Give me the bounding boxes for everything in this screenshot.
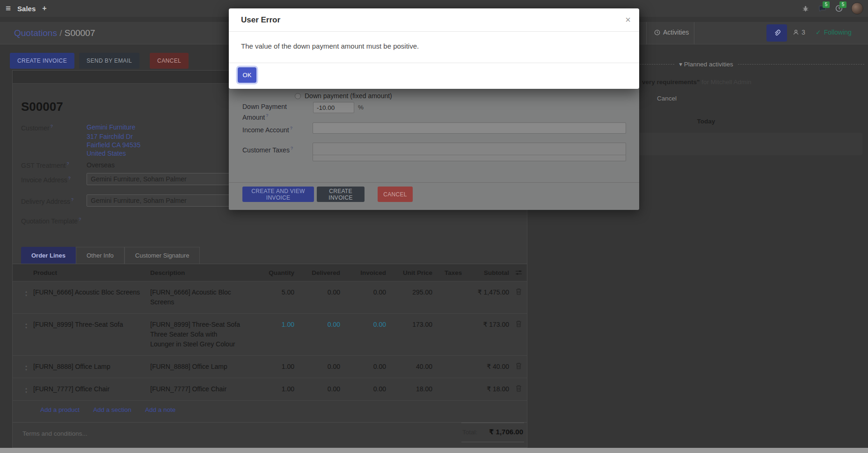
line-delivered: 0.00 [294, 378, 340, 400]
add-a-note-link[interactable]: Add a note [145, 406, 175, 413]
col-subtotal[interactable]: Subtotal [462, 269, 509, 276]
divider [313, 155, 626, 155]
send-by-email-button[interactable]: SEND BY EMAIL [79, 53, 139, 69]
down-payment-amount-label: Down Payment Amount? [242, 102, 303, 122]
error-dialog-footer: OK [229, 63, 639, 89]
activity-name-fragment: very requirements" [642, 79, 700, 86]
line-product: [FURN_8999] Three-Seat Sofa [33, 314, 141, 336]
messages-icon[interactable]: 5 [817, 4, 827, 13]
col-unit-price[interactable]: Unit Price [386, 269, 432, 276]
menu-hamburger-icon[interactable]: ≡ [6, 3, 11, 14]
line-invoiced: 0.00 [340, 378, 386, 400]
col-product[interactable]: Product [33, 269, 141, 276]
col-delivered[interactable]: Delivered [294, 269, 340, 276]
page-title: S00007 [21, 100, 63, 114]
person-icon [793, 29, 799, 36]
drag-handle-icon[interactable]: ▴▾ [19, 314, 33, 330]
gst-treatment-label: GST Treatment? [21, 160, 87, 169]
line-invoiced: 0.00 [340, 356, 386, 378]
notebook-tabs: Order Lines Other Info Customer Signatur… [21, 247, 200, 264]
error-dialog-title: User Error [241, 15, 280, 25]
customer-label: Customer? [21, 123, 87, 158]
user-avatar[interactable] [851, 2, 863, 14]
customer-taxes-label: Customer Taxes? [242, 144, 317, 155]
error-dialog-body: The value of the down payment amount mus… [229, 32, 639, 63]
following-button[interactable]: ✓Following [816, 29, 852, 36]
planned-activities-label: Planned activities [684, 61, 733, 68]
down-payment-fixed-option[interactable]: Down payment (fixed amount) [295, 92, 392, 100]
bottom-strip [0, 448, 868, 453]
drag-handle-icon[interactable]: ▴▾ [19, 281, 33, 297]
chatter-header: Activities 3 ✓Following [639, 22, 868, 44]
drag-handle-icon[interactable]: ▴▾ [19, 378, 33, 394]
line-quantity: 1.00 [253, 356, 294, 378]
wizard-create-invoice-button[interactable]: CREATE INVOICE [317, 187, 365, 202]
create-invoice-button[interactable]: CREATE INVOICE [10, 53, 74, 69]
total-value: ₹ 1,706.00 [489, 428, 523, 436]
gst-treatment-value: Overseas [87, 160, 115, 169]
line-taxes [432, 281, 462, 294]
tab-other-info[interactable]: Other Info [76, 247, 124, 264]
delivery-address-label: Delivery Address? [21, 194, 87, 207]
ok-button[interactable]: OK [238, 67, 256, 83]
breadcrumb: Quotations / S00007 [14, 28, 95, 38]
attachments-button[interactable] [766, 24, 787, 42]
customer-address-link[interactable]: 317 Fairchild Dr [87, 132, 140, 141]
tab-order-lines[interactable]: Order Lines [21, 247, 76, 264]
terms-and-conditions-input[interactable]: Terms and conditions... [22, 430, 350, 437]
delete-line-icon[interactable] [509, 281, 528, 295]
user-error-dialog: User Error × The value of the down payme… [229, 8, 639, 89]
delete-line-icon[interactable] [509, 378, 528, 392]
line-product: [FURN_8888] Office Lamp [33, 356, 141, 378]
breadcrumb-quotations-link[interactable]: Quotations [14, 28, 57, 38]
line-quantity: 1.00 [253, 314, 294, 336]
line-delivered: 0.00 [294, 356, 340, 378]
line-unit-price: 40.00 [386, 356, 432, 378]
customer-taxes-input[interactable] [313, 143, 626, 161]
wizard-cancel-button[interactable]: CANCEL [378, 187, 413, 202]
down-payment-amount-input[interactable] [313, 102, 354, 113]
line-taxes [432, 378, 462, 390]
line-subtotal: ₹ 40.00 [462, 356, 509, 378]
followers-count: 3 [802, 29, 805, 36]
line-taxes [432, 356, 462, 368]
col-quantity[interactable]: Quantity [253, 269, 294, 276]
customer-value: Gemini Furniture317 Fairchild DrFairfiel… [87, 123, 140, 158]
col-taxes[interactable]: Taxes [432, 269, 462, 276]
optional-columns-icon[interactable] [509, 269, 528, 276]
close-icon[interactable]: × [625, 14, 631, 26]
invoice-address-input[interactable] [87, 173, 253, 185]
add-a-section-link[interactable]: Add a section [93, 406, 131, 413]
customer-address-link[interactable]: Fairfield CA 94535 [87, 141, 140, 149]
drag-handle-icon[interactable]: ▴▾ [19, 356, 33, 372]
col-description[interactable]: Description [141, 269, 253, 276]
income-account-label: Income Account? [242, 124, 317, 135]
cancel-order-button[interactable]: CANCEL [150, 53, 189, 69]
schedule-activity-button[interactable]: Activities [654, 29, 689, 36]
debug-bug-icon[interactable] [801, 4, 810, 13]
radio-icon[interactable] [295, 93, 301, 99]
line-subtotal: ₹ 1,475.00 [462, 281, 509, 303]
line-invoiced: 0.00 [340, 314, 386, 336]
activities-clock-icon[interactable]: 5 [834, 4, 844, 13]
total-label: Total: [462, 429, 477, 436]
breadcrumb-separator: / [59, 28, 62, 38]
col-invoiced[interactable]: Invoiced [340, 269, 386, 276]
new-record-plus-icon[interactable]: + [42, 4, 46, 13]
create-and-view-invoice-button[interactable]: CREATE AND VIEW INVOICE [242, 187, 314, 202]
delivery-address-input[interactable] [87, 194, 253, 207]
table-body: ▴▾[FURN_6666] Acoustic Bloc Screens[FURN… [13, 281, 527, 401]
app-name[interactable]: Sales [17, 5, 36, 13]
line-delivered: 0.00 [294, 314, 340, 336]
delete-line-icon[interactable] [509, 356, 528, 369]
add-a-product-link[interactable]: Add a product [40, 406, 80, 413]
table-header-row: Product Description Quantity Delivered I… [13, 264, 527, 281]
tab-customer-signature[interactable]: Customer Signature [124, 247, 200, 264]
followers-button[interactable]: 3 [793, 29, 805, 36]
activity-cancel-link[interactable]: Cancel [657, 95, 677, 102]
income-account-input[interactable] [313, 122, 626, 134]
customer-address-link[interactable]: Gemini Furniture [87, 123, 140, 131]
paperclip-icon [773, 29, 780, 37]
customer-address-link[interactable]: United States [87, 149, 140, 158]
delete-line-icon[interactable] [509, 314, 528, 327]
